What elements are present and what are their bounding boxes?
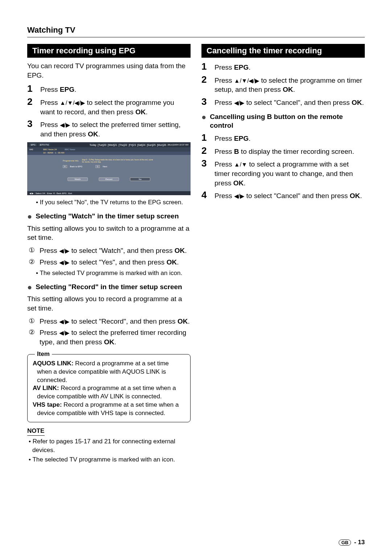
arrow-icon: ◀/▶ <box>59 319 69 325</box>
hotkey: OK <box>283 86 293 93</box>
subheading-cancel-b: Cancelling using B button on the remote … <box>210 112 365 130</box>
step-text: Press ◀/▶ to select "Cancel", and then p… <box>215 97 364 107</box>
text: to select "Cancel" and then press <box>244 192 350 200</box>
hotkey: OK <box>104 338 114 346</box>
text: to select "Cancel", and then press <box>244 99 351 106</box>
epg-no-button[interactable]: No <box>130 177 150 181</box>
page-title: Watching TV <box>27 25 365 35</box>
text: Press <box>40 86 60 93</box>
text: . <box>244 179 245 187</box>
epg-footer: ◀/▶ : Select OK : Enter ⟲ : Back EPG : E… <box>27 191 191 195</box>
hotkey: OK <box>167 258 177 266</box>
item-name: AV LINK: <box>33 385 59 391</box>
arrow-icon: ◀/▶ <box>59 330 69 336</box>
item-name: AQUOS LINK: <box>33 360 73 367</box>
arrow-icon: ▲/▼ <box>234 162 247 168</box>
step-number: 3 <box>201 97 215 107</box>
page-number: - 13 <box>354 539 365 546</box>
hotkey: OK <box>352 99 362 106</box>
intro-text: You can record TV programmes using data … <box>27 61 191 80</box>
steps-cancel: 1 Press EPG. 2 Press ▲/▼/◀/▶ to select t… <box>201 61 365 107</box>
item-box: Item AQUOS LINK: Record a programme at a… <box>27 354 191 423</box>
next-badge-icon: G <box>95 165 100 168</box>
step-number: ① <box>27 246 36 255</box>
epg-watch-button[interactable]: Watch <box>68 177 88 181</box>
time-range: 10 : 00AM - 1 : 00 AM <box>43 152 64 154</box>
arrow-icon: ◀/▶ <box>234 193 244 199</box>
hotkey: OK <box>175 247 185 254</box>
epg-day: [Mon]26 <box>157 144 166 146</box>
text: . <box>249 63 250 71</box>
hotkey: OK <box>135 108 146 116</box>
text: Press <box>40 258 59 266</box>
step-text: Press EPG. <box>215 61 250 72</box>
hotkey: OK <box>350 192 360 200</box>
step-number: ① <box>27 317 36 326</box>
text: to select "Record", and then press <box>69 317 177 325</box>
watch-intro: This setting allows you to switch to a p… <box>27 224 191 242</box>
section-bar-cancel: Cancelling the timer recording <box>201 44 365 58</box>
epg-mode: [DTV-TV] <box>38 143 50 146</box>
text: Press <box>40 317 59 325</box>
text: to display the timer recording screen. <box>239 148 354 155</box>
step-number: 1 <box>201 132 215 143</box>
step-text: Press ◀/▶ to select "Yes", and then pres… <box>40 258 179 267</box>
text: . <box>185 247 187 254</box>
epg-topbar: EPG [DTV-TV] Today [Tue]20 [Wed]21 [Thu]… <box>27 142 191 147</box>
text: . <box>293 86 295 93</box>
epg-record-button[interactable]: Record <box>99 177 119 181</box>
step-text: Press ◀/▶ to select "Watch", and then pr… <box>40 246 187 255</box>
text: Press <box>215 135 234 142</box>
epg-day: [Fri]23 <box>128 144 136 146</box>
text: Refer to pages 15-17 and 21 for connecti… <box>32 438 175 454</box>
page-footer: GB - 13 <box>339 539 365 546</box>
title-rule <box>27 37 365 37</box>
text: Press <box>40 247 59 254</box>
step-text: Press ▲/▼ to select a programme with a s… <box>215 158 365 188</box>
text: Press <box>40 121 60 128</box>
text: Press <box>215 63 234 71</box>
text: . <box>362 99 364 106</box>
step-number: ② <box>27 258 36 267</box>
text: . <box>360 192 362 200</box>
epg-day: [Sun]25 <box>147 144 156 146</box>
text: to select "Watch", and then press <box>69 247 174 254</box>
epg-day: [Wed]21 <box>108 144 117 146</box>
step-text: Press ◀/▶ to select "Cancel" and then pr… <box>215 190 362 201</box>
step-number: 1 <box>201 61 215 72</box>
step-number: 3 <box>27 119 40 129</box>
programme-info-label: Programme Info. <box>63 160 79 162</box>
text: . <box>188 317 189 325</box>
hotkey: OK <box>177 317 188 325</box>
step-number: ② <box>27 328 36 337</box>
hotkey: EPG <box>234 63 249 71</box>
step-text: Press ▲/▼/◀/▶ to select the programme yo… <box>40 97 191 116</box>
step-text: Press B to display the timer recording s… <box>215 145 354 156</box>
step-text: Press ▲/▼/◀/▶ to select the programme on… <box>215 74 365 94</box>
record-steps: ① Press ◀/▶ to select "Record", and then… <box>27 317 191 347</box>
text: . <box>177 258 179 266</box>
text: Press <box>215 160 234 168</box>
channel-name: BBC News 24 <box>43 148 57 151</box>
item-box-label: Item <box>35 350 52 358</box>
bullet-note: • The selected TV programme is marked wi… <box>27 269 191 278</box>
text: Press <box>215 192 234 200</box>
channel-number: 040 <box>29 148 41 151</box>
subheading-record: Selecting "Record" in the timer setup sc… <box>36 283 182 292</box>
text: The selected TV programme is marked with… <box>40 270 182 276</box>
section-bar-timer: Timer recording using EPG <box>27 44 191 58</box>
text: . <box>98 130 100 138</box>
arrow-icon: ◀/▶ <box>60 122 70 128</box>
text: Press <box>215 77 234 84</box>
steps-cancel-b: 1 Press EPG. 2 Press B to display the ti… <box>201 132 365 201</box>
arrow-icon: ◀/▶ <box>59 260 69 266</box>
next-label: Next <box>103 165 107 168</box>
epg-day: [Thu]22 <box>119 144 127 146</box>
epg-day: Today <box>90 144 97 146</box>
text: The selected TV programme is marked with… <box>32 456 175 463</box>
arrow-icon: ▲/▼/◀/▶ <box>60 100 85 106</box>
text: Press <box>215 99 234 106</box>
step-number: 4 <box>201 190 215 200</box>
epg-time-row: 10 : 00AM - 1 : 00 AM <box>27 152 191 155</box>
arrow-icon: ◀/▶ <box>59 248 69 254</box>
